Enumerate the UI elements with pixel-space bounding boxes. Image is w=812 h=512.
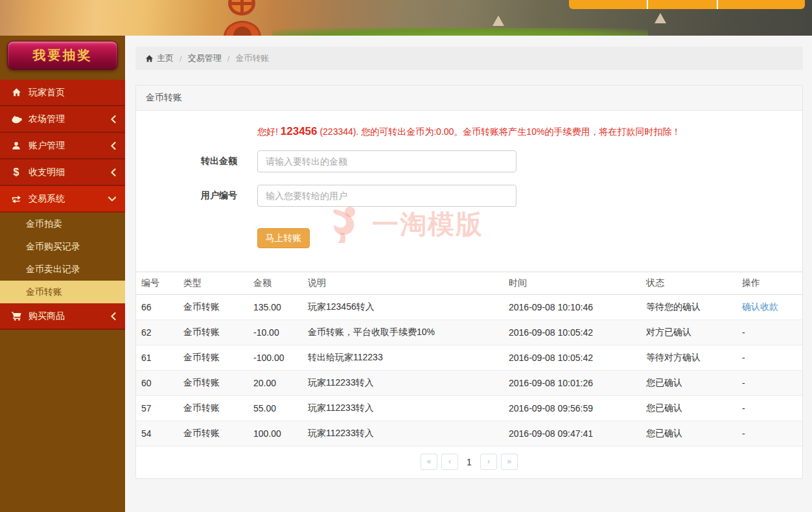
sidebar-subitem-coin-sell-records[interactable]: 金币卖出记录 [0,258,125,281]
pagination-prev-button[interactable]: ‹ [441,454,458,470]
sidebar-subitem-coin-purchase-records[interactable]: 金币购买记录 [0,235,125,258]
chevron-left-icon [111,169,116,176]
table-row: 54金币转账100.00玩家112233转入2016-09-08 09:47:4… [136,421,802,447]
sidebar-nav: 玩家首页 农场管理 账户管理 $ 收支明细 交易系统 金币拍卖 金币购买记录 金… [0,80,125,330]
submit-row: 马上转账 [257,228,793,272]
pagination: « ‹ 1 › » [136,446,802,478]
coin-transfer-panel: 金币转账 您好! 123456 (223344). 您的可转出金币为:0.00。… [135,85,803,479]
column-header-time: 时间 [504,272,641,295]
cell-id: 62 [136,320,178,345]
transactions-table: 编号类型金额说明时间状态操作 66金币转账135.00玩家123456转入201… [136,272,802,446]
cell-action: - [737,396,802,421]
table-row: 61金币转账-100.00转出给玩家1122332016-09-08 10:05… [136,345,802,371]
banner-mushroom-artwork [655,13,666,23]
cell-amount: 135.00 [248,295,303,320]
banner-wheel-artwork [224,21,261,36]
cell-action: 确认收款 [737,295,802,320]
cell-type: 金币转账 [178,320,248,345]
cart-icon [9,311,23,321]
user-id-label: 用户编号 [146,190,257,202]
cell-id: 66 [136,295,178,320]
banner-wheel-icon [228,0,255,16]
table-row: 66金币转账135.00玩家123456转入2016-09-08 10:10:4… [136,295,802,320]
cell-status: 等待您的确认 [641,295,737,320]
cell-description: 金币转账，平台收取手续费10% [303,320,504,345]
column-header-amount: 金额 [248,272,303,295]
notice-user-id: 123456 [281,125,318,137]
user-id-form-row: 用户编号 [146,185,793,207]
transfer-now-button[interactable]: 马上转账 [257,228,310,248]
cell-description: 玩家112233转入 [303,371,504,396]
sidebar-subitem-coin-auction[interactable]: 金币拍卖 [0,213,125,235]
cell-time: 2016-09-08 10:05:42 [504,345,641,371]
header-banner [0,0,812,36]
column-header-status: 状态 [641,272,737,295]
cell-status: 您已确认 [641,421,737,447]
home-icon [9,87,23,97]
pagination-last-button[interactable]: » [501,454,518,470]
banner-mushroom-artwork [493,16,504,26]
sidebar-item-label: 购买商品 [29,310,65,322]
cell-description: 玩家112233转入 [303,396,504,421]
sidebar-subitem-coin-transfer[interactable]: 金币转账 [0,281,125,303]
home-icon [145,54,154,63]
top-nav-tab[interactable] [717,0,805,9]
sidebar-item-label: 收支明细 [29,167,65,178]
sidebar-subitem-label: 金币拍卖 [26,218,62,229]
notice-rest: (223344). 您的可转出金币为:0.00。金币转账将产生10%的手续费用，… [318,126,681,137]
sidebar-item-label: 农场管理 [29,113,65,125]
cell-status: 您已确认 [641,371,737,396]
cell-id: 61 [136,345,178,371]
cell-amount: -100.00 [248,345,303,371]
column-header-id: 编号 [136,272,178,295]
table-header-row: 编号类型金额说明时间状态操作 [136,272,802,295]
top-nav-tab[interactable] [569,0,647,9]
sidebar-item-buy-goods[interactable]: 购买商品 [0,303,125,330]
cell-time: 2016-09-08 10:10:46 [504,295,641,320]
transfer-notice: 您好! 123456 (223344). 您的可转出金币为:0.00。金币转账将… [257,125,793,138]
sidebar-subitem-label: 金币转账 [26,286,62,297]
confirm-receipt-link[interactable]: 确认收款 [742,301,778,312]
sidebar-item-farm-management[interactable]: 农场管理 [0,106,125,133]
breadcrumb-item[interactable]: 主页 [157,52,174,64]
sidebar-item-label: 交易系统 [29,193,65,205]
cell-type: 金币转账 [178,345,248,371]
cell-status: 对方已确认 [641,320,737,345]
exchange-icon [9,194,23,204]
chevron-left-icon [111,115,116,123]
chevron-down-icon [108,196,116,202]
banner-grass-artwork [272,28,648,36]
sidebar-item-label: 账户管理 [29,140,65,152]
chevron-left-icon [111,142,116,150]
amount-input[interactable] [257,150,516,172]
pig-icon [9,115,23,124]
cell-amount: 55.00 [248,396,303,421]
cell-id: 60 [136,371,178,396]
sidebar-item-account-management[interactable]: 账户管理 [0,133,125,159]
sidebar-item-player-home[interactable]: 玩家首页 [0,80,125,106]
table-row: 60金币转账20.00玩家112233转入2016-09-08 10:01:26… [136,371,802,396]
cell-description: 玩家112233转入 [303,421,504,447]
pagination-next-button[interactable]: › [480,454,497,470]
cell-status: 等待对方确认 [641,345,737,371]
breadcrumb-separator: / [227,54,230,64]
user-id-input[interactable] [257,185,516,207]
pagination-first-button[interactable]: « [421,454,437,470]
column-header-action: 操作 [737,272,802,295]
top-nav-tabs [569,0,805,9]
sidebar-item-income-expense-details[interactable]: $ 收支明细 [0,159,125,186]
top-nav-tab[interactable] [647,0,717,9]
cell-action: - [737,421,802,447]
sidebar-item-trade-system[interactable]: 交易系统 [0,186,125,213]
cell-amount: -10.00 [248,320,303,345]
amount-label: 转出金额 [146,156,257,167]
breadcrumb-item[interactable]: 交易管理 [188,52,222,64]
column-header-type: 类型 [178,272,248,295]
cell-id: 54 [136,421,178,447]
amount-form-row: 转出金额 [146,150,793,172]
main-content: 交易管理 金币转账 主页/交易管理/金币转账 金币转账 您好! 123456 (… [125,0,812,479]
cell-action: - [737,320,802,345]
cell-time: 2016-09-08 09:47:41 [504,421,641,447]
lottery-button[interactable]: 我要抽奖 [7,41,118,70]
sidebar-subitem-label: 金币卖出记录 [26,264,80,274]
